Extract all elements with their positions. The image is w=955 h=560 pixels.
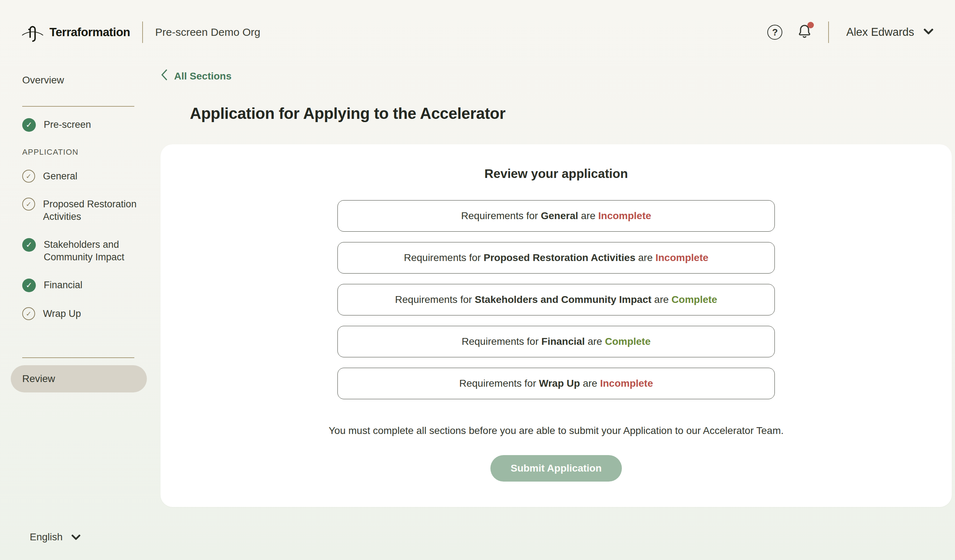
back-link-label: All Sections bbox=[174, 70, 232, 82]
chevron-left-icon bbox=[160, 69, 168, 83]
requirement-rows: Requirements for General are Incomplete … bbox=[337, 200, 775, 399]
header-divider bbox=[828, 22, 829, 43]
terraformation-logo[interactable]: Terraformation bbox=[21, 21, 130, 43]
sidebar-item-stakeholders-and-community-impact[interactable]: Stakeholders and Community Impact bbox=[22, 238, 146, 264]
check-circle-icon bbox=[22, 238, 36, 252]
back-to-all-sections-link[interactable]: All Sections bbox=[160, 69, 232, 83]
organization-name: Pre-screen Demo Org bbox=[155, 26, 260, 38]
sidebar-nav: Pre-screen APPLICATION General Proposed … bbox=[22, 117, 146, 320]
sidebar-item-label: Wrap Up bbox=[43, 307, 81, 320]
main-content: All Sections Application for Applying to… bbox=[154, 64, 955, 560]
user-menu[interactable]: Alex Edwards bbox=[846, 26, 933, 39]
brand-name: Terraformation bbox=[49, 25, 130, 39]
check-circle-icon bbox=[22, 198, 35, 211]
notifications-button[interactable] bbox=[797, 23, 813, 42]
header-right: ? Alex Edwards bbox=[767, 22, 933, 43]
sidebar-item-label: Financial bbox=[44, 278, 82, 291]
sidebar-divider bbox=[22, 357, 134, 358]
page-title: Application for Applying to the Accelera… bbox=[190, 105, 506, 122]
requirement-text: Requirements for Proposed Restoration Ac… bbox=[404, 252, 708, 264]
requirement-row-wrap-up[interactable]: Requirements for Wrap Up are Incomplete bbox=[337, 368, 775, 399]
submit-application-button[interactable]: Submit Application bbox=[490, 455, 622, 482]
sidebar-item-pre-screen[interactable]: Pre-screen bbox=[22, 117, 146, 132]
sidebar-item-label: Proposed Restoration Activities bbox=[43, 197, 143, 223]
requirement-row-stakeholders-and-community-impact[interactable]: Requirements for Stakeholders and Commun… bbox=[337, 284, 775, 316]
top-header: Terraformation Pre-screen Demo Org ? bbox=[0, 0, 955, 64]
requirement-text: Requirements for Stakeholders and Commun… bbox=[395, 294, 717, 305]
status-badge: Complete bbox=[605, 336, 651, 347]
notification-badge bbox=[808, 22, 814, 28]
sidebar-item-overview[interactable]: Overview bbox=[22, 75, 64, 86]
sidebar-item-label: General bbox=[43, 169, 77, 183]
sidebar-item-label: Stakeholders and Community Impact bbox=[44, 238, 144, 264]
sidebar: Overview Pre-screen APPLICATION General … bbox=[0, 64, 154, 560]
terraformation-logo-icon bbox=[21, 21, 44, 43]
sidebar-divider bbox=[22, 106, 134, 107]
user-name: Alex Edwards bbox=[846, 26, 914, 39]
requirement-row-general[interactable]: Requirements for General are Incomplete bbox=[337, 200, 775, 232]
review-card: Review your application Requirements for… bbox=[160, 144, 952, 507]
language-label: English bbox=[30, 531, 63, 543]
language-selector[interactable]: English bbox=[30, 531, 81, 543]
status-badge: Incomplete bbox=[656, 252, 709, 263]
application-section-heading: APPLICATION bbox=[22, 147, 146, 157]
check-circle-icon bbox=[22, 278, 36, 292]
help-button[interactable]: ? bbox=[767, 25, 782, 40]
sidebar-item-proposed-restoration-activities[interactable]: Proposed Restoration Activities bbox=[22, 197, 146, 223]
requirement-text: Requirements for Wrap Up are Incomplete bbox=[459, 378, 653, 389]
review-card-title: Review your application bbox=[484, 166, 628, 181]
check-circle-icon bbox=[22, 118, 36, 132]
requirement-row-proposed-restoration-activities[interactable]: Requirements for Proposed Restoration Ac… bbox=[337, 242, 775, 274]
header-divider bbox=[142, 22, 143, 43]
status-badge: Complete bbox=[672, 294, 717, 305]
status-badge: Incomplete bbox=[600, 378, 653, 389]
status-badge: Incomplete bbox=[598, 210, 651, 221]
chevron-down-icon bbox=[71, 531, 81, 543]
sidebar-item-review[interactable]: Review bbox=[11, 365, 147, 393]
requirement-text: Requirements for Financial are Complete bbox=[462, 336, 651, 347]
header-left: Terraformation Pre-screen Demo Org bbox=[21, 21, 260, 43]
check-circle-icon bbox=[22, 307, 35, 320]
requirement-text: Requirements for General are Incomplete bbox=[461, 210, 651, 222]
completion-notice: You must complete all sections before yo… bbox=[329, 425, 783, 436]
app-window: Terraformation Pre-screen Demo Org ? bbox=[0, 0, 955, 560]
requirement-row-financial[interactable]: Requirements for Financial are Complete bbox=[337, 326, 775, 357]
sidebar-item-label: Pre-screen bbox=[44, 117, 91, 131]
chevron-down-icon bbox=[924, 28, 933, 36]
sidebar-item-financial[interactable]: Financial bbox=[22, 278, 146, 292]
question-mark-icon: ? bbox=[772, 27, 778, 38]
sidebar-item-wrap-up[interactable]: Wrap Up bbox=[22, 307, 146, 320]
sidebar-item-general[interactable]: General bbox=[22, 169, 146, 183]
check-circle-icon bbox=[22, 170, 35, 183]
